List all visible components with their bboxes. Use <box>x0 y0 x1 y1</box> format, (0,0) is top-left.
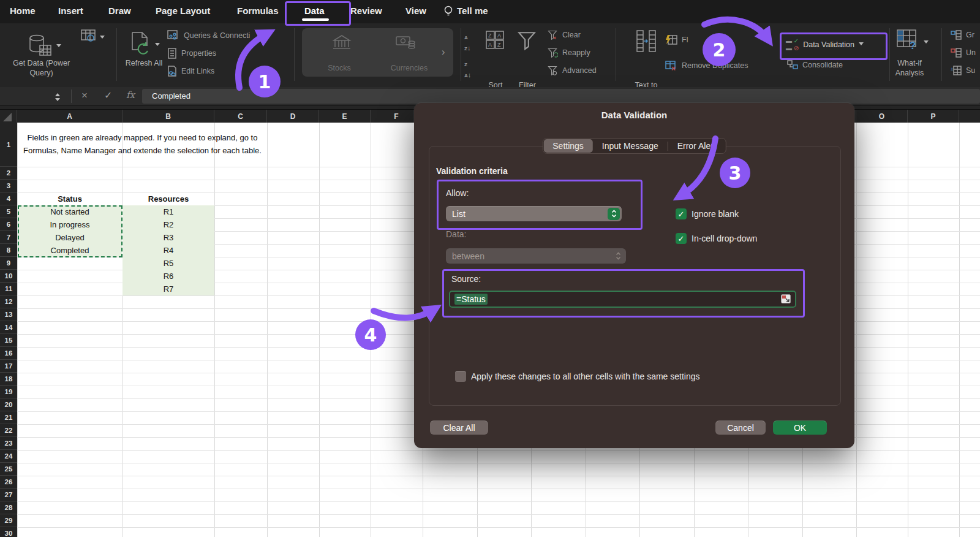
remove-duplicates-button[interactable]: × Remove Duplicates <box>665 60 748 71</box>
group-button[interactable]: Gr <box>951 30 974 40</box>
cancel-button[interactable]: Cancel <box>715 421 766 435</box>
row-header-8[interactable]: 8 <box>0 244 17 257</box>
edit-links-button[interactable]: Edit Links <box>167 66 214 77</box>
ungroup-button[interactable]: Un <box>951 48 976 58</box>
tab-input-message[interactable]: Input Message <box>593 139 668 153</box>
select-all-corner[interactable] <box>0 110 17 123</box>
menu-item-page-layout[interactable]: Page Layout <box>156 6 210 16</box>
subtotal-button[interactable]: ± Su <box>951 66 975 75</box>
row-header-21[interactable]: 21 <box>0 411 17 424</box>
filter-button[interactable] <box>516 30 537 53</box>
row-header-15[interactable]: 15 <box>0 334 17 347</box>
row-header-20[interactable]: 20 <box>0 398 17 411</box>
name-box-spinner[interactable] <box>55 91 60 104</box>
text-to-columns-button[interactable] <box>636 29 657 55</box>
confirm-entry-icon[interactable]: ✓ <box>104 90 112 101</box>
row-header-5[interactable]: 5 <box>0 205 17 218</box>
allow-dropdown[interactable]: List <box>446 206 622 221</box>
row-header-26[interactable]: 26 <box>0 476 17 489</box>
note-cell[interactable]: Fields in green are already mapped. If y… <box>18 123 266 166</box>
cell-status-6[interactable]: In progress <box>17 218 123 231</box>
gallery-more-icon[interactable]: › <box>442 47 445 58</box>
cell-status-8[interactable]: Completed <box>17 244 123 257</box>
menu-item-data[interactable]: Data <box>304 6 325 16</box>
what-if-analysis-button[interactable]: ? <box>896 29 921 53</box>
sort-za-button[interactable]: ZA↓ <box>464 58 471 80</box>
cell-resource-5[interactable]: R1 <box>123 205 214 218</box>
data-types-gallery[interactable]: Stocks Currencies › <box>302 28 453 77</box>
menu-item-draw[interactable]: Draw <box>108 6 131 16</box>
menu-item-home[interactable]: Home <box>10 6 36 16</box>
menu-item-formulas[interactable]: Formulas <box>237 6 279 16</box>
column-header-D[interactable]: D <box>267 110 319 123</box>
row-header-4[interactable]: 4 <box>0 192 17 205</box>
range-selector-icon[interactable] <box>781 294 791 305</box>
column-header-O[interactable]: O <box>856 110 908 123</box>
properties-button[interactable]: Properties <box>167 48 216 59</box>
cancel-entry-icon[interactable]: × <box>81 90 88 102</box>
column-header-C[interactable]: C <box>214 110 267 123</box>
row-header-24[interactable]: 24 <box>0 450 17 463</box>
advanced-filter-button[interactable]: Advanced <box>547 66 597 75</box>
cell-resource-7[interactable]: R3 <box>123 231 214 244</box>
row-header-25[interactable]: 25 <box>0 463 17 476</box>
row-header-1[interactable]: 1 <box>0 123 17 167</box>
in-cell-dropdown-checkbox[interactable]: ✓ In-cell drop-down <box>676 233 757 244</box>
cell-status-5[interactable]: Not started <box>17 205 123 218</box>
column-header-B[interactable]: B <box>123 110 214 123</box>
existing-table-button[interactable] <box>81 29 97 45</box>
menu-item-tell-me[interactable]: Tell me <box>457 6 488 16</box>
column-header-A[interactable]: A <box>17 110 123 123</box>
clear-all-button[interactable]: Clear All <box>430 421 488 435</box>
cell-resources-header[interactable]: Resources <box>123 192 214 205</box>
row-header-12[interactable]: 12 <box>0 295 17 308</box>
tab-error-alert[interactable]: Error Alert <box>668 139 725 153</box>
clear-filter-button[interactable]: × Clear <box>547 30 581 40</box>
menu-item-insert[interactable]: Insert <box>58 6 83 16</box>
row-header-2[interactable]: 2 <box>0 167 17 180</box>
ignore-blank-checkbox[interactable]: ✓ Ignore blank <box>676 208 739 219</box>
sort-button[interactable]: ZAAZ <box>485 30 506 55</box>
column-header-P[interactable]: P <box>908 110 959 123</box>
row-header-14[interactable]: 14 <box>0 321 17 334</box>
row-header-13[interactable]: 13 <box>0 308 17 321</box>
cell-resource-8[interactable]: R4 <box>123 244 214 257</box>
row-header-29[interactable]: 29 <box>0 514 17 527</box>
reapply-button[interactable]: Reapply <box>547 48 590 58</box>
row-header-16[interactable]: 16 <box>0 347 17 360</box>
data-validation-button[interactable]: ▬ ✓ ▬ ⊘ Data Validation <box>786 38 864 51</box>
cell-resource-6[interactable]: R2 <box>123 218 214 231</box>
name-box[interactable] <box>0 87 52 105</box>
column-header-E[interactable]: E <box>319 110 371 123</box>
row-header-22[interactable]: 22 <box>0 424 17 437</box>
row-header-11[interactable]: 11 <box>0 283 17 295</box>
row-header-6[interactable]: 6 <box>0 218 17 231</box>
menu-item-view[interactable]: View <box>405 6 426 16</box>
row-header-3[interactable]: 3 <box>0 180 17 192</box>
source-input[interactable]: =Status <box>449 291 796 308</box>
row-header-30[interactable]: 30 <box>0 527 17 537</box>
row-header-18[interactable]: 18 <box>0 373 17 386</box>
cell-resource-9[interactable]: R5 <box>123 257 214 270</box>
row-header-28[interactable]: 28 <box>0 501 17 514</box>
row-header-9[interactable]: 9 <box>0 257 17 270</box>
flash-fill-button[interactable]: Fl <box>665 34 688 45</box>
function-icon[interactable]: fx <box>126 90 135 101</box>
row-header-7[interactable]: 7 <box>0 231 17 244</box>
cell-resource-11[interactable]: R7 <box>123 283 214 295</box>
menu-item-review[interactable]: Review <box>350 6 382 16</box>
cell-status-7[interactable]: Delayed <box>17 231 123 244</box>
row-header-27[interactable]: 27 <box>0 489 17 501</box>
tab-settings[interactable]: Settings <box>543 139 593 153</box>
refresh-all-button[interactable] <box>130 31 152 58</box>
row-header-23[interactable]: 23 <box>0 437 17 450</box>
sort-az-button[interactable]: AZ↓ <box>464 31 470 53</box>
apply-all-checkbox[interactable]: ✓ Apply these changes to all other cells… <box>455 371 700 382</box>
cell-status-header[interactable]: Status <box>17 192 123 205</box>
get-data-button[interactable] <box>28 33 53 61</box>
consolidate-button[interactable]: Consolidate <box>787 60 843 70</box>
queries-connections-button[interactable]: Queries & Connecti <box>167 30 250 41</box>
row-header-10[interactable]: 10 <box>0 270 17 283</box>
row-header-19[interactable]: 19 <box>0 386 17 398</box>
cell-resource-10[interactable]: R6 <box>123 270 214 283</box>
